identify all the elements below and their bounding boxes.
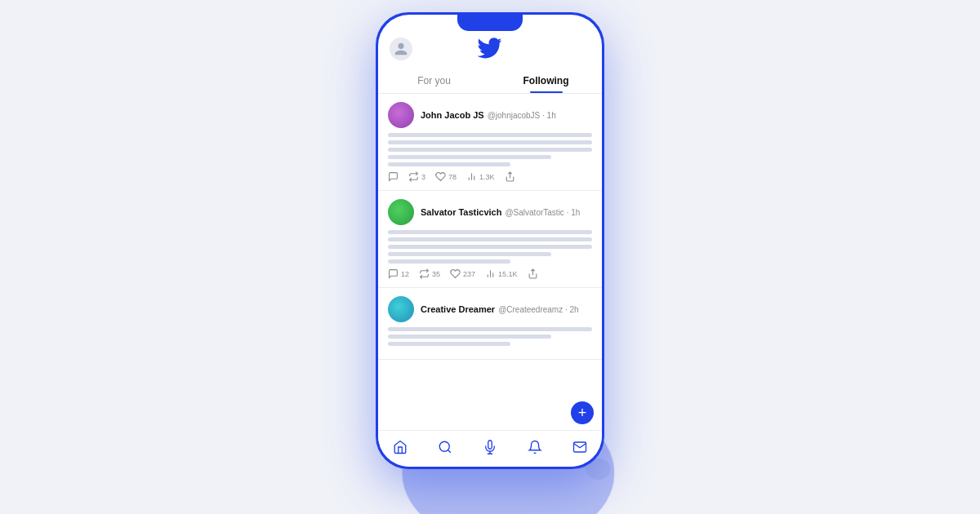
bell-icon <box>528 440 542 454</box>
views-count: 1.3K <box>479 173 495 181</box>
retweet-count: 35 <box>432 270 440 278</box>
tweet-name-row: John Jacob JS @johnjacobJS · 1h <box>421 110 556 120</box>
compose-fab-button[interactable]: + <box>571 401 594 424</box>
like-count: 78 <box>448 173 457 181</box>
tweet-header: Salvator Tasticvich @SalvatorTastic · 1h <box>388 199 592 225</box>
retweet-action[interactable]: 3 <box>408 171 425 182</box>
svg-line-19 <box>448 450 451 452</box>
tweet-handle: @SalvatorTastic · 1h <box>505 208 580 217</box>
svg-point-18 <box>439 441 449 451</box>
tweet-user-info: Creative Dreamer @Createedreamz · 2h <box>421 304 579 314</box>
home-icon <box>393 440 408 454</box>
like-action[interactable]: 78 <box>435 171 457 182</box>
like-icon <box>450 268 461 279</box>
bird-icon <box>477 38 503 59</box>
tweet-handle: @johnjacobJS · 1h <box>488 111 556 120</box>
reply-icon <box>388 268 399 279</box>
tweet-name-row: Salvator Tasticvich @SalvatorTastic · 1h <box>421 207 580 217</box>
views-icon <box>466 171 477 182</box>
share-action[interactable] <box>505 171 515 182</box>
like-icon <box>435 171 446 182</box>
tweet-user-info: Salvator Tasticvich @SalvatorTastic · 1h <box>421 207 580 217</box>
tweet-line <box>388 155 551 159</box>
phone-notch <box>457 15 523 31</box>
like-action[interactable]: 237 <box>450 268 475 279</box>
retweet-count: 3 <box>421 173 425 181</box>
tweet-line <box>388 148 592 152</box>
tweet-name-row: Creative Dreamer @Createedreamz · 2h <box>421 304 579 314</box>
tweet-item: John Jacob JS @johnjacobJS · 1h <box>378 94 602 191</box>
views-action: 15.1K <box>485 268 518 279</box>
phone-frame: For you Following <box>376 12 604 469</box>
bell-nav-button[interactable] <box>527 439 543 455</box>
reply-icon <box>388 171 399 182</box>
mic-icon <box>483 440 497 454</box>
phone-wrapper: For you Following <box>376 12 604 469</box>
home-nav-button[interactable] <box>392 439 408 455</box>
tweet-header: Creative Dreamer @Createedreamz · 2h <box>388 296 592 322</box>
tweet-line <box>388 162 510 166</box>
tweet-avatar[interactable] <box>388 199 414 225</box>
tweet-line <box>388 252 551 256</box>
tweet-item: Salvator Tasticvich @SalvatorTastic · 1h <box>378 191 602 288</box>
bottom-nav <box>378 430 602 467</box>
reply-action[interactable]: 12 <box>388 268 409 279</box>
share-action[interactable] <box>528 268 538 279</box>
tweet-avatar[interactable] <box>388 296 414 322</box>
tab-following[interactable]: Following <box>490 69 602 93</box>
tweet-line <box>388 335 551 339</box>
tweet-actions: 3 78 1.3K <box>388 171 592 182</box>
tweet-content <box>388 327 592 346</box>
tweet-item: Creative Dreamer @Createedreamz · 2h <box>378 288 602 360</box>
tab-for-you-label: For you <box>417 75 451 86</box>
views-action: 1.3K <box>466 171 495 182</box>
tweet-line <box>388 133 592 137</box>
tab-bar: For you Following <box>378 69 602 94</box>
share-icon <box>505 171 515 182</box>
retweet-icon <box>408 171 419 182</box>
app-screen: For you Following <box>378 15 602 467</box>
tweet-name[interactable]: Creative Dreamer <box>421 304 495 314</box>
tweet-user-info: John Jacob JS @johnjacobJS · 1h <box>421 110 556 120</box>
tweet-handle: @Createedreamz · 2h <box>498 305 579 314</box>
reply-count: 12 <box>401 270 409 278</box>
user-icon <box>394 42 408 56</box>
mic-nav-button[interactable] <box>482 439 498 455</box>
tweet-content <box>388 133 592 166</box>
tweet-line <box>388 327 592 331</box>
tweet-avatar[interactable] <box>388 102 414 128</box>
search-icon <box>438 440 452 454</box>
like-count: 237 <box>463 270 475 278</box>
tweet-line <box>388 140 592 144</box>
tweet-name[interactable]: John Jacob JS <box>421 110 484 120</box>
tweet-line <box>388 342 510 346</box>
app-logo <box>477 38 503 62</box>
tweet-line <box>388 230 592 234</box>
views-icon <box>485 268 496 279</box>
retweet-action[interactable]: 35 <box>419 268 440 279</box>
mail-icon <box>572 440 587 454</box>
phone-screen: For you Following <box>378 15 602 467</box>
tweet-line <box>388 259 510 264</box>
scene: For you Following <box>0 0 980 514</box>
tweet-content <box>388 230 592 264</box>
reply-action[interactable] <box>388 171 399 182</box>
tab-for-you[interactable]: For you <box>378 69 490 93</box>
tweet-actions: 12 35 237 <box>388 268 592 279</box>
tab-following-label: Following <box>523 75 569 86</box>
mail-nav-button[interactable] <box>572 439 588 455</box>
retweet-icon <box>419 268 430 279</box>
share-icon <box>528 268 538 279</box>
search-nav-button[interactable] <box>437 439 453 455</box>
tweet-line <box>388 245 592 249</box>
tweet-header: John Jacob JS @johnjacobJS · 1h <box>388 102 592 128</box>
tweet-name[interactable]: Salvator Tasticvich <box>421 207 501 217</box>
fab-label: + <box>578 405 587 420</box>
avatar[interactable] <box>390 38 412 60</box>
tweet-feed: John Jacob JS @johnjacobJS · 1h <box>378 94 602 430</box>
views-count: 15.1K <box>498 270 518 278</box>
tweet-line <box>388 237 592 241</box>
